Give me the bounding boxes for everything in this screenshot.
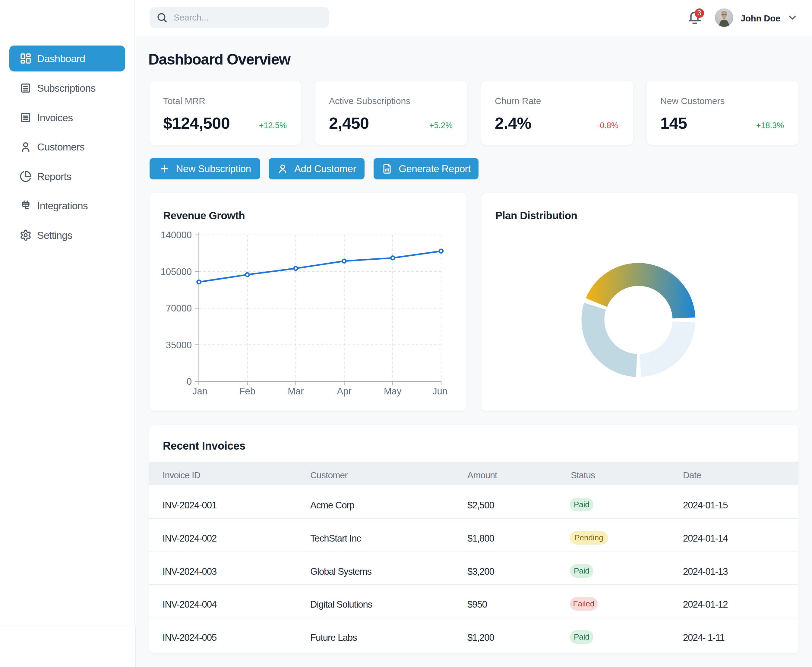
svg-text:0: 0 — [187, 376, 192, 387]
svg-text:70000: 70000 — [166, 303, 192, 314]
svg-text:Feb: Feb — [239, 386, 255, 397]
svg-text:Jan: Jan — [192, 386, 207, 397]
svg-text:May: May — [384, 386, 402, 397]
svg-text:105000: 105000 — [161, 267, 192, 277]
svg-text:Mar: Mar — [288, 386, 303, 397]
svg-text:Apr: Apr — [337, 386, 351, 397]
svg-text:35000: 35000 — [166, 340, 192, 350]
svg-text:140000: 140000 — [161, 230, 192, 240]
svg-text:Jun: Jun — [433, 386, 447, 397]
